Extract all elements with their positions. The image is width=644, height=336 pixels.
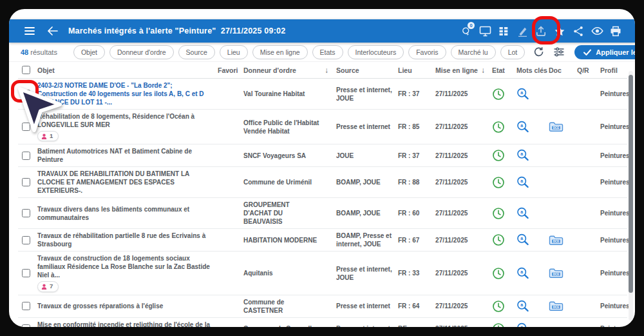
star-icon[interactable] (553, 25, 566, 37)
mots-cles-cell[interactable]: a (516, 207, 549, 220)
notifications-icon[interactable]: 0 (460, 25, 473, 37)
col-profil[interactable]: Profil (600, 66, 627, 74)
dce-folder-icon: DCE (549, 301, 564, 311)
clock-icon (492, 149, 505, 162)
donneur-cell: Office Public de l'Habitat Vendée Habita… (243, 119, 325, 135)
row-checkbox[interactable] (22, 90, 30, 98)
filter-chip[interactable]: Donneur d'ordre (109, 45, 174, 59)
mots-cles-cell[interactable]: a (516, 267, 549, 280)
vertical-scrollbar[interactable] (629, 71, 633, 321)
etat-cell (492, 267, 516, 280)
filter-chip[interactable]: Objet (73, 45, 105, 59)
columns-view-icon[interactable] (497, 25, 510, 37)
col-mise-en-ligne[interactable]: Mise en ligne (435, 66, 478, 74)
apply-filters-button[interactable]: Appliquer les filtres (574, 45, 635, 59)
mots-cles-cell[interactable]: a (516, 176, 549, 189)
mots-cles-cell[interactable]: a (516, 322, 549, 327)
filter-chip[interactable]: Source (178, 45, 215, 59)
svg-text:a: a (520, 152, 523, 157)
etat-cell (492, 121, 516, 133)
table-row: 2403-2/3 NOTRE DAME D'OE - "La Borde 2";… (18, 79, 627, 110)
mots-cles-cell[interactable]: a (516, 121, 549, 133)
row-checkbox[interactable] (22, 209, 30, 217)
clock-icon (492, 233, 505, 246)
clock-icon (492, 207, 505, 220)
back-arrow-icon[interactable] (46, 25, 59, 37)
row-checkbox[interactable] (22, 123, 30, 131)
row-checkbox[interactable] (22, 269, 30, 277)
lieu-cell: FR : 33 (398, 270, 435, 277)
objet-cell[interactable]: Mise en conformité incendie et religthin… (37, 321, 218, 327)
etat-cell (492, 207, 516, 220)
doc-cell[interactable]: DCE (549, 121, 577, 132)
etat-cell (492, 233, 516, 246)
objet-cell[interactable]: 2403-2/3 NOTRE DAME D'OE - "La Borde 2";… (37, 81, 218, 106)
row-checkbox[interactable] (22, 152, 30, 160)
col-donneur[interactable]: Donneur d'ordre (243, 66, 325, 74)
dce-folder-icon: DCE (549, 268, 564, 279)
col-doc[interactable]: Doc (549, 66, 577, 74)
source-cell: Presse et internet, JOUE (336, 86, 398, 103)
doc-cell[interactable]: DCE (549, 235, 577, 246)
objet-cell[interactable]: Réhabilitation de 8 logements, Résidence… (37, 112, 218, 141)
donneur-cell: Commune de Courcelles (243, 324, 325, 327)
doc-cell[interactable]: DCE (549, 301, 577, 311)
eye-icon[interactable] (591, 25, 603, 37)
row-checkbox[interactable] (22, 302, 30, 310)
filter-chip[interactable]: Lieu (220, 45, 248, 59)
etat-cell (492, 88, 516, 101)
objet-cell[interactable]: TRAVAUX DE REHABILITATION DU BATIMENT LA… (37, 170, 218, 195)
objet-cell[interactable]: Travaux de grosses réparations à l'églis… (37, 302, 218, 310)
date-cell: 27/11/2025 (435, 325, 492, 327)
mots-cles-cell[interactable]: a (516, 149, 549, 162)
page-title: Marchés intégrés à l'alerte "Peinture" 2… (68, 26, 285, 35)
etat-cell (492, 176, 516, 189)
scrollbar-thumb[interactable] (629, 75, 633, 293)
filter-chip[interactable]: Favoris (408, 45, 446, 59)
monitor-icon[interactable] (478, 25, 491, 37)
svg-text:a: a (520, 302, 523, 307)
svg-text:a: a (520, 179, 523, 183)
hamburger-menu-icon[interactable] (23, 25, 36, 37)
filter-settings-icon[interactable] (553, 47, 565, 57)
doc-cell[interactable]: DCE (549, 268, 577, 279)
pen-icon[interactable] (516, 25, 529, 37)
filter-chip[interactable]: Interlocuteurs (348, 45, 404, 59)
share-icon[interactable] (572, 25, 585, 37)
row-checkbox[interactable] (22, 324, 30, 327)
print-icon[interactable] (609, 25, 622, 37)
mots-cles-cell[interactable]: a (516, 300, 549, 313)
col-source[interactable]: Source (336, 66, 398, 74)
filter-chip[interactable]: Mise en ligne (252, 45, 308, 59)
clock-icon (492, 88, 505, 101)
objet-cell[interactable]: Travaux de réhabilitation partielle 8 ru… (37, 232, 218, 248)
sort-icon[interactable]: ↓ (481, 66, 485, 75)
profil-cell: Peintures (600, 152, 630, 159)
col-etat[interactable]: Etat (492, 66, 516, 74)
sort-icon[interactable]: ↓ (325, 66, 336, 75)
filter-chip[interactable]: Etats (312, 45, 343, 59)
col-favori[interactable]: Favori (218, 66, 243, 74)
mots-cles-cell[interactable]: a (516, 88, 549, 101)
results-table: Objet Favori Donneur d'ordre ↓ Source Li… (9, 62, 635, 327)
filter-chip[interactable]: Lot (500, 45, 526, 59)
reset-filters-icon[interactable] (533, 46, 545, 57)
col-qr[interactable]: Q/R (577, 66, 600, 74)
upload-icon[interactable] (535, 25, 547, 37)
objet-cell[interactable]: Batiment Automotrices NAT et Batiment Ca… (37, 147, 218, 164)
mots-cles-cell[interactable]: a (516, 233, 549, 246)
app-bar-actions: 0 (460, 25, 622, 37)
col-objet[interactable]: Objet (37, 66, 218, 74)
select-all-checkbox[interactable] (22, 66, 30, 74)
objet-cell[interactable]: Travaux de construction de 18 logements … (37, 254, 218, 292)
table-row: Travaux divers dans les bâtiments commun… (18, 198, 627, 229)
row-checkbox[interactable] (22, 236, 30, 244)
col-lieu[interactable]: Lieu (398, 66, 435, 74)
contacts-badge[interactable]: 7 (37, 281, 59, 292)
row-checkbox[interactable] (22, 178, 30, 186)
contacts-badge[interactable]: 1 (37, 131, 59, 141)
keyword-search-icon: a (516, 267, 529, 280)
objet-cell[interactable]: Travaux divers dans les bâtiments commun… (37, 205, 218, 222)
col-mots-cles[interactable]: Mots clés (516, 66, 549, 74)
filter-chip[interactable]: Marché lu (451, 45, 496, 59)
